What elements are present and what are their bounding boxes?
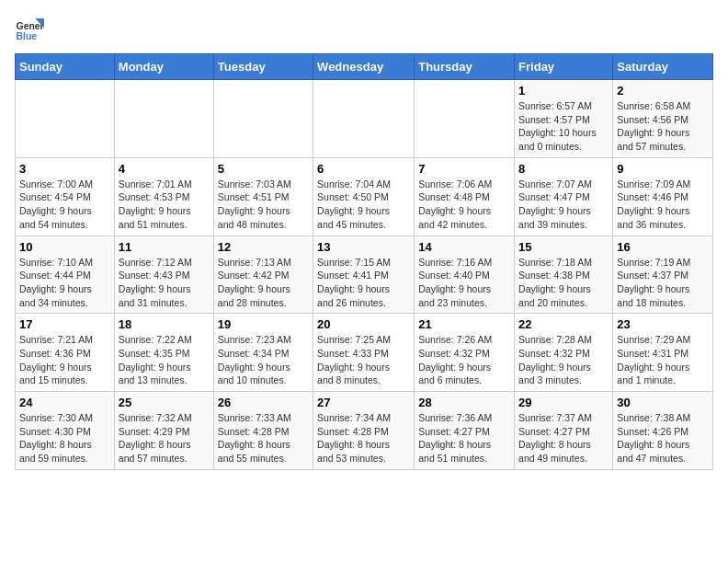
weekday-header-tuesday: Tuesday [213, 54, 313, 80]
weekday-header-thursday: Thursday [415, 54, 515, 80]
day-info: Sunrise: 7:04 AM Sunset: 4:50 PM Dayligh… [317, 178, 410, 232]
day-info: Sunrise: 7:25 AM Sunset: 4:33 PM Dayligh… [317, 333, 410, 387]
calendar-cell: 15Sunrise: 7:18 AM Sunset: 4:38 PM Dayli… [515, 236, 613, 314]
calendar-cell: 10Sunrise: 7:10 AM Sunset: 4:44 PM Dayli… [16, 236, 115, 314]
calendar-cell: 4Sunrise: 7:01 AM Sunset: 4:53 PM Daylig… [114, 157, 213, 236]
day-info: Sunrise: 7:29 AM Sunset: 4:31 PM Dayligh… [617, 333, 709, 387]
day-number: 22 [518, 317, 609, 331]
day-number: 14 [418, 240, 510, 254]
header: General Blue [15, 15, 713, 44]
day-info: Sunrise: 7:32 AM Sunset: 4:29 PM Dayligh… [119, 411, 210, 465]
day-number: 10 [19, 240, 110, 254]
weekday-header-wednesday: Wednesday [313, 54, 415, 80]
calendar-week-1: 3Sunrise: 7:00 AM Sunset: 4:54 PM Daylig… [16, 157, 713, 236]
calendar-header-row: SundayMondayTuesdayWednesdayThursdayFrid… [16, 54, 713, 80]
day-number: 11 [119, 240, 210, 254]
calendar-week-4: 24Sunrise: 7:30 AM Sunset: 4:30 PM Dayli… [16, 392, 713, 470]
calendar-cell: 7Sunrise: 7:06 AM Sunset: 4:48 PM Daylig… [415, 157, 515, 236]
day-info: Sunrise: 6:58 AM Sunset: 4:56 PM Dayligh… [617, 99, 709, 154]
day-number: 17 [19, 317, 110, 331]
logo-icon: General Blue [15, 15, 44, 44]
calendar-table: SundayMondayTuesdayWednesdayThursdayFrid… [15, 53, 713, 470]
day-number: 25 [119, 396, 210, 409]
svg-text:Blue: Blue [17, 31, 38, 41]
day-info: Sunrise: 7:38 AM Sunset: 4:26 PM Dayligh… [617, 411, 709, 465]
day-number: 26 [218, 396, 309, 409]
calendar-cell: 29Sunrise: 7:37 AM Sunset: 4:27 PM Dayli… [515, 392, 613, 470]
day-info: Sunrise: 7:23 AM Sunset: 4:34 PM Dayligh… [218, 333, 309, 387]
day-info: Sunrise: 7:18 AM Sunset: 4:38 PM Dayligh… [518, 256, 609, 310]
day-info: Sunrise: 7:37 AM Sunset: 4:27 PM Dayligh… [518, 411, 609, 465]
calendar-week-3: 17Sunrise: 7:21 AM Sunset: 4:36 PM Dayli… [16, 314, 713, 392]
day-info: Sunrise: 7:19 AM Sunset: 4:37 PM Dayligh… [617, 256, 709, 310]
day-info: Sunrise: 7:34 AM Sunset: 4:28 PM Dayligh… [317, 411, 410, 465]
calendar-cell: 26Sunrise: 7:33 AM Sunset: 4:28 PM Dayli… [213, 392, 313, 470]
day-info: Sunrise: 7:06 AM Sunset: 4:48 PM Dayligh… [418, 178, 510, 232]
day-info: Sunrise: 7:28 AM Sunset: 4:32 PM Dayligh… [518, 333, 609, 387]
day-info: Sunrise: 7:36 AM Sunset: 4:27 PM Dayligh… [418, 411, 510, 465]
day-info: Sunrise: 7:22 AM Sunset: 4:35 PM Dayligh… [119, 333, 210, 387]
day-number: 6 [317, 162, 410, 176]
day-info: Sunrise: 7:10 AM Sunset: 4:44 PM Dayligh… [19, 256, 110, 310]
calendar-cell [415, 80, 515, 158]
day-number: 30 [617, 396, 709, 409]
day-number: 1 [518, 84, 609, 98]
day-number: 23 [617, 317, 709, 331]
weekday-header-sunday: Sunday [16, 54, 115, 80]
calendar-cell: 8Sunrise: 7:07 AM Sunset: 4:47 PM Daylig… [515, 157, 613, 236]
day-number: 9 [617, 162, 709, 176]
calendar-cell: 2Sunrise: 6:58 AM Sunset: 4:56 PM Daylig… [613, 80, 713, 158]
calendar-cell: 30Sunrise: 7:38 AM Sunset: 4:26 PM Dayli… [613, 392, 713, 470]
calendar-cell: 20Sunrise: 7:25 AM Sunset: 4:33 PM Dayli… [313, 314, 415, 392]
day-number: 15 [518, 240, 609, 254]
calendar-cell: 25Sunrise: 7:32 AM Sunset: 4:29 PM Dayli… [114, 392, 213, 470]
day-number: 13 [317, 240, 410, 254]
day-info: Sunrise: 7:07 AM Sunset: 4:47 PM Dayligh… [518, 178, 609, 232]
day-number: 20 [317, 317, 410, 331]
calendar-cell [313, 80, 415, 158]
day-number: 18 [119, 317, 210, 331]
calendar-cell: 24Sunrise: 7:30 AM Sunset: 4:30 PM Dayli… [16, 392, 115, 470]
calendar-cell: 1Sunrise: 6:57 AM Sunset: 4:57 PM Daylig… [515, 80, 613, 158]
day-info: Sunrise: 7:00 AM Sunset: 4:54 PM Dayligh… [19, 178, 110, 232]
calendar-week-0: 1Sunrise: 6:57 AM Sunset: 4:57 PM Daylig… [16, 80, 713, 158]
day-number: 28 [418, 396, 510, 409]
weekday-header-friday: Friday [515, 54, 613, 80]
calendar-cell: 18Sunrise: 7:22 AM Sunset: 4:35 PM Dayli… [114, 314, 213, 392]
day-info: Sunrise: 6:57 AM Sunset: 4:57 PM Dayligh… [518, 99, 609, 154]
calendar-cell: 16Sunrise: 7:19 AM Sunset: 4:37 PM Dayli… [613, 236, 713, 314]
day-info: Sunrise: 7:13 AM Sunset: 4:42 PM Dayligh… [218, 256, 309, 310]
logo: General Blue [15, 15, 44, 44]
day-info: Sunrise: 7:21 AM Sunset: 4:36 PM Dayligh… [19, 333, 110, 387]
day-number: 19 [218, 317, 309, 331]
day-number: 7 [418, 162, 510, 176]
calendar-cell: 12Sunrise: 7:13 AM Sunset: 4:42 PM Dayli… [213, 236, 313, 314]
day-number: 8 [518, 162, 609, 176]
calendar-cell: 21Sunrise: 7:26 AM Sunset: 4:32 PM Dayli… [415, 314, 515, 392]
weekday-header-saturday: Saturday [613, 54, 713, 80]
day-number: 5 [218, 162, 309, 176]
day-info: Sunrise: 7:09 AM Sunset: 4:46 PM Dayligh… [617, 178, 709, 232]
day-info: Sunrise: 7:03 AM Sunset: 4:51 PM Dayligh… [218, 178, 309, 232]
calendar-cell: 17Sunrise: 7:21 AM Sunset: 4:36 PM Dayli… [16, 314, 115, 392]
day-number: 2 [617, 84, 709, 98]
day-number: 21 [418, 317, 510, 331]
day-number: 27 [317, 396, 410, 409]
day-number: 4 [119, 162, 210, 176]
day-info: Sunrise: 7:33 AM Sunset: 4:28 PM Dayligh… [218, 411, 309, 465]
calendar-cell: 11Sunrise: 7:12 AM Sunset: 4:43 PM Dayli… [114, 236, 213, 314]
calendar-cell: 28Sunrise: 7:36 AM Sunset: 4:27 PM Dayli… [415, 392, 515, 470]
day-number: 16 [617, 240, 709, 254]
calendar-cell: 9Sunrise: 7:09 AM Sunset: 4:46 PM Daylig… [613, 157, 713, 236]
day-info: Sunrise: 7:15 AM Sunset: 4:41 PM Dayligh… [317, 256, 410, 310]
calendar-cell: 6Sunrise: 7:04 AM Sunset: 4:50 PM Daylig… [313, 157, 415, 236]
day-info: Sunrise: 7:12 AM Sunset: 4:43 PM Dayligh… [119, 256, 210, 310]
calendar-body: 1Sunrise: 6:57 AM Sunset: 4:57 PM Daylig… [16, 80, 713, 470]
calendar-cell [114, 80, 213, 158]
calendar-cell [16, 80, 115, 158]
calendar-cell: 3Sunrise: 7:00 AM Sunset: 4:54 PM Daylig… [16, 157, 115, 236]
calendar-cell: 13Sunrise: 7:15 AM Sunset: 4:41 PM Dayli… [313, 236, 415, 314]
day-info: Sunrise: 7:16 AM Sunset: 4:40 PM Dayligh… [418, 256, 510, 310]
day-info: Sunrise: 7:30 AM Sunset: 4:30 PM Dayligh… [19, 411, 110, 465]
day-number: 24 [19, 396, 110, 409]
